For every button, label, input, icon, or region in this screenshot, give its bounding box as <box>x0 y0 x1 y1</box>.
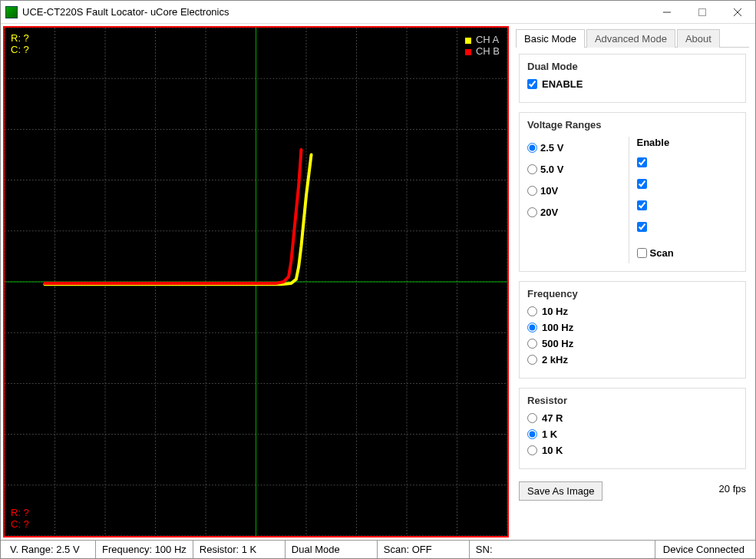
square-icon <box>465 49 471 55</box>
app-icon <box>5 6 18 18</box>
group-title: Frequency <box>527 288 738 299</box>
voltage-scan-checkbox[interactable] <box>637 248 647 258</box>
frequency-group: Frequency 10 Hz100 Hz500 Hz2 kHz <box>519 281 746 379</box>
frequency-radio-2[interactable] <box>527 339 537 349</box>
status-scan: Scan: OFF <box>378 541 470 558</box>
resistor-label: 1 K <box>542 428 557 440</box>
legend-chb: CH B <box>465 45 500 57</box>
status-sn: SN: <box>470 541 655 558</box>
frequency-label: 10 Hz <box>542 306 568 317</box>
voltage-enable-checkbox-2[interactable] <box>637 200 647 210</box>
voltage-label: 20V <box>540 207 558 218</box>
oscilloscope-plot[interactable]: R: ? C: ? R: ? C: ? CH A CH B <box>3 26 509 538</box>
dual-mode-enable-checkbox[interactable] <box>527 79 537 89</box>
voltage-enable-checkbox-1[interactable] <box>637 179 647 189</box>
status-resistor: Resistor: 1 K <box>193 541 286 558</box>
voltage-enable-checkbox-3[interactable] <box>637 222 647 232</box>
legend-cha: CH A <box>465 34 500 45</box>
voltage-radio-2[interactable] <box>527 186 537 196</box>
group-title: Resistor <box>527 395 738 406</box>
group-title: Voltage Ranges <box>527 119 738 131</box>
plot-canvas <box>5 28 507 536</box>
voltage-label: 5.0 V <box>540 164 563 175</box>
status-frequency: Frequency: 100 Hz <box>96 541 193 558</box>
tab-advanced-mode[interactable]: Advanced Mode <box>586 29 675 48</box>
status-bar: V. Range: 2.5 V Frequency: 100 Hz Resist… <box>1 540 755 558</box>
status-mode: Dual Mode <box>286 541 378 558</box>
voltage-scan-label: Scan <box>650 247 674 259</box>
voltage-radio-0[interactable] <box>527 143 537 153</box>
resistor-radio-2[interactable] <box>527 445 537 455</box>
resistor-group: Resistor 47 R1 K10 K <box>519 388 746 469</box>
resistor-label: 10 K <box>542 445 563 456</box>
control-panel: Basic Mode Advanced Mode About Dual Mode… <box>511 24 755 540</box>
frequency-radio-1[interactable] <box>527 322 537 332</box>
tab-about[interactable]: About <box>677 29 720 48</box>
voltage-radio-3[interactable] <box>527 207 537 217</box>
frequency-radio-0[interactable] <box>527 306 537 316</box>
titlebar: UCE-CT220S Fault Locator- uCore Electron… <box>1 1 755 24</box>
voltage-ranges-group: Voltage Ranges 2.5 V5.0 V10V20V Enable S… <box>519 112 746 272</box>
close-button[interactable] <box>720 1 755 24</box>
resistor-label: 47 R <box>542 412 563 424</box>
rc-top-r: R: ? <box>11 32 29 44</box>
resistor-radio-1[interactable] <box>527 429 537 439</box>
voltage-label: 10V <box>540 185 558 197</box>
frequency-label: 2 kHz <box>542 354 568 366</box>
frequency-radio-3[interactable] <box>527 355 537 365</box>
svg-rect-1 <box>699 8 706 15</box>
rc-bot-r: R: ? <box>11 507 29 518</box>
group-title: Dual Mode <box>527 61 738 72</box>
voltage-label: 2.5 V <box>540 142 563 154</box>
dual-mode-group: Dual Mode ENABLE <box>519 54 746 103</box>
fps-label: 20 fps <box>719 483 746 495</box>
dual-mode-enable-label: ENABLE <box>542 78 583 90</box>
enable-column-label: Enable <box>637 137 738 148</box>
resistor-radio-0[interactable] <box>527 413 537 423</box>
save-as-image-button[interactable]: Save As Image <box>519 481 602 501</box>
window-title: UCE-CT220S Fault Locator- uCore Electron… <box>22 6 649 18</box>
status-connection: Device Connected <box>655 544 752 555</box>
tab-strip: Basic Mode Advanced Mode About <box>516 28 749 48</box>
rc-bot-c: C: ? <box>11 518 29 530</box>
frequency-label: 500 Hz <box>542 338 573 349</box>
maximize-button[interactable] <box>685 1 720 24</box>
voltage-enable-checkbox-0[interactable] <box>637 157 647 167</box>
rc-top-c: C: ? <box>11 44 29 55</box>
minimize-button[interactable] <box>649 1 685 24</box>
tab-basic-mode[interactable]: Basic Mode <box>516 29 585 48</box>
square-icon <box>465 38 471 44</box>
voltage-radio-1[interactable] <box>527 164 537 174</box>
frequency-label: 100 Hz <box>542 322 573 333</box>
status-vrange: V. Range: 2.5 V <box>4 541 96 558</box>
